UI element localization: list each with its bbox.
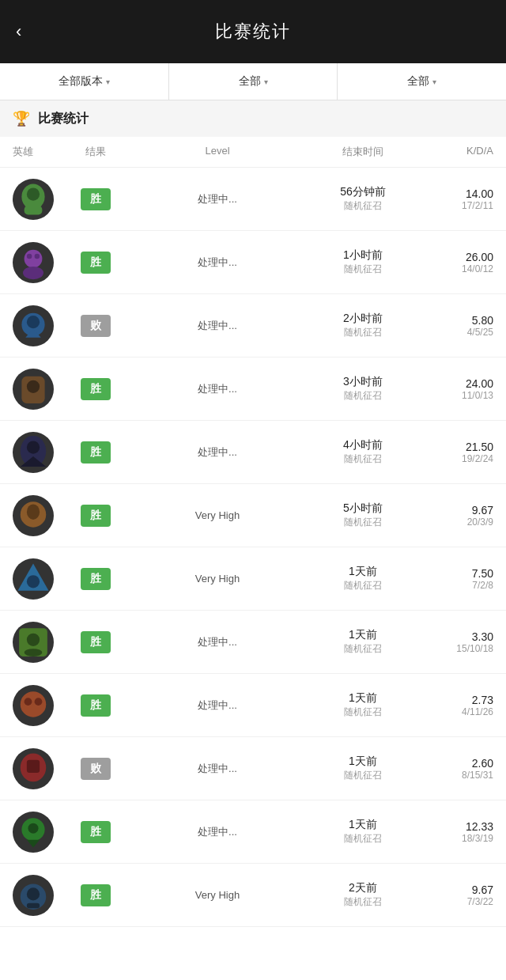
filter-extra-label: 全部 — [407, 74, 429, 89]
time-main: 56分钟前 — [312, 185, 414, 199]
chevron-down-icon: ▾ — [432, 78, 436, 86]
result-col: 胜 — [68, 188, 123, 210]
time-cell: 3小时前 随机征召 — [312, 375, 414, 403]
hero-avatar — [13, 432, 54, 473]
level-cell: 处理中... — [123, 635, 312, 649]
level-cell: 处理中... — [123, 255, 312, 270]
result-col: 胜 — [68, 252, 123, 274]
time-cell: 2天前 随机征召 — [312, 881, 414, 909]
kda-main: 7.50 — [414, 567, 493, 580]
time-cell: 4小时前 随机征召 — [312, 438, 414, 466]
time-sub: 随机征召 — [312, 199, 414, 213]
time-cell: 1天前 随机征召 — [312, 628, 414, 656]
time-sub: 随机征召 — [312, 579, 414, 592]
result-badge: 胜 — [81, 821, 111, 843]
time-main: 1天前 — [312, 818, 414, 832]
result-badge: 胜 — [81, 568, 111, 590]
result-col: 败 — [68, 758, 123, 780]
table-header: 英雄 结果 Level 结束时间 K/D/A — [0, 137, 506, 168]
time-sub: 随机征召 — [312, 389, 414, 403]
time-cell: 1小时前 随机征召 — [312, 248, 414, 276]
time-sub: 随机征召 — [312, 452, 414, 466]
table-row[interactable]: 胜 处理中... 1小时前 随机征召 26.00 14/0/12 — [0, 231, 506, 294]
result-col: 胜 — [68, 568, 123, 590]
level-cell: 处理中... — [123, 319, 312, 333]
table-row[interactable]: 胜 Very High 5小时前 随机征召 9.67 20/3/9 — [0, 484, 506, 547]
result-col: 胜 — [68, 378, 123, 400]
time-cell: 1天前 随机征召 — [312, 755, 414, 782]
time-sub: 随机征召 — [312, 895, 414, 909]
kda-cell: 26.00 14/0/12 — [414, 251, 493, 274]
level-cell: 处理中... — [123, 445, 312, 460]
col-kda: K/D/A — [414, 145, 493, 159]
kda-main: 12.33 — [414, 820, 493, 833]
kda-main: 3.30 — [414, 630, 493, 643]
kda-cell: 21.50 19/2/24 — [414, 441, 493, 464]
table-row[interactable]: 胜 处理中... 3小时前 随机征召 24.00 11/0/13 — [0, 358, 506, 421]
kda-sub: 20/3/9 — [414, 516, 493, 528]
table-row[interactable]: 胜 处理中... 1天前 随机征召 2.73 4/11/26 — [0, 674, 506, 737]
svg-point-6 — [35, 253, 40, 259]
level-cell: 处理中... — [123, 192, 312, 206]
time-main: 1天前 — [312, 691, 414, 706]
time-sub: 随机征召 — [312, 263, 414, 276]
result-badge: 胜 — [81, 188, 111, 210]
result-col: 胜 — [68, 821, 123, 843]
filter-extra[interactable]: 全部 ▾ — [338, 63, 506, 100]
kda-cell: 3.30 15/10/18 — [414, 630, 493, 654]
filter-version[interactable]: 全部版本 ▾ — [0, 63, 169, 100]
kda-main: 5.80 — [414, 314, 493, 327]
svg-point-24 — [35, 698, 43, 706]
back-button[interactable]: ‹ — [16, 21, 21, 42]
kda-main: 14.00 — [414, 187, 493, 200]
result-col: 败 — [68, 315, 123, 337]
kda-main: 26.00 — [414, 251, 493, 263]
kda-main: 2.73 — [414, 694, 493, 706]
level-cell: 处理中... — [123, 762, 312, 776]
filter-bar: 全部版本 ▾ 全部 ▾ 全部 ▾ — [0, 63, 506, 100]
svg-point-29 — [28, 823, 39, 833]
time-main: 2天前 — [312, 881, 414, 895]
table-row[interactable]: 胜 Very High 2天前 随机征召 9.67 7/3/22 — [0, 864, 506, 927]
table-row[interactable]: 胜 处理中... 4小时前 随机征召 21.50 19/2/24 — [0, 421, 506, 484]
kda-cell: 9.67 7/3/22 — [414, 884, 493, 907]
svg-point-8 — [27, 316, 40, 328]
table-row[interactable]: 胜 处理中... 56分钟前 随机征召 14.00 17/2/11 — [0, 168, 506, 231]
time-main: 1天前 — [312, 755, 414, 769]
table-row[interactable]: 败 处理中... 1天前 随机征召 2.60 8/15/31 — [0, 737, 506, 800]
time-main: 3小时前 — [312, 375, 414, 389]
result-badge: 胜 — [81, 505, 111, 527]
result-col: 胜 — [68, 441, 123, 464]
kda-cell: 14.00 17/2/11 — [414, 187, 493, 211]
hero-avatar — [13, 812, 54, 853]
time-main: 1小时前 — [312, 248, 414, 263]
time-main: 5小时前 — [312, 501, 414, 516]
kda-main: 9.67 — [414, 504, 493, 516]
table-row[interactable]: 败 处理中... 2小时前 随机征召 5.80 4/5/25 — [0, 294, 506, 358]
table-row[interactable]: 胜 Very High 1天前 随机征召 7.50 7/2/8 — [0, 547, 506, 611]
kda-cell: 5.80 4/5/25 — [414, 314, 493, 338]
result-badge: 胜 — [81, 441, 111, 464]
level-cell: Very High — [123, 573, 312, 585]
filter-type[interactable]: 全部 ▾ — [169, 63, 338, 100]
time-sub: 随机征召 — [312, 832, 414, 846]
kda-main: 24.00 — [414, 377, 493, 390]
table-row[interactable]: 胜 处理中... 1天前 随机征召 3.30 15/10/18 — [0, 611, 506, 674]
result-badge: 败 — [81, 315, 111, 337]
result-badge: 胜 — [81, 694, 111, 717]
table-row[interactable]: 胜 处理中... 1天前 随机征召 12.33 18/3/19 — [0, 800, 506, 864]
result-col: 胜 — [68, 884, 123, 906]
svg-point-11 — [27, 380, 40, 392]
section-header: 🏆 比赛统计 — [0, 100, 506, 137]
col-hero: 英雄 — [13, 145, 68, 159]
section-title: 比赛统计 — [38, 111, 89, 127]
svg-point-22 — [21, 691, 47, 717]
chevron-down-icon: ▾ — [106, 78, 110, 86]
col-level: Level — [123, 145, 312, 159]
time-sub: 随机征召 — [312, 706, 414, 719]
kda-sub: 18/3/19 — [414, 833, 493, 844]
hero-avatar — [13, 558, 54, 600]
svg-point-4 — [23, 266, 43, 278]
filter-type-label: 全部 — [239, 74, 261, 89]
kda-sub: 19/2/24 — [414, 453, 493, 464]
